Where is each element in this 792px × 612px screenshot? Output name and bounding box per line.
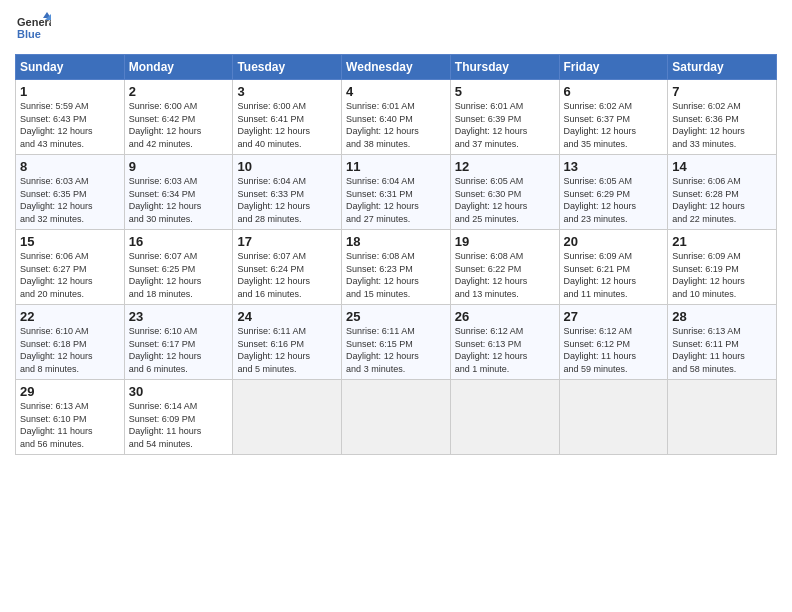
header-row: General Blue xyxy=(15,10,777,46)
day-info: Sunrise: 5:59 AM Sunset: 6:43 PM Dayligh… xyxy=(20,100,120,150)
day-number: 12 xyxy=(455,159,555,174)
calendar-day-cell: 25Sunrise: 6:11 AM Sunset: 6:15 PM Dayli… xyxy=(342,305,451,380)
calendar-day-cell: 23Sunrise: 6:10 AM Sunset: 6:17 PM Dayli… xyxy=(124,305,233,380)
day-number: 18 xyxy=(346,234,446,249)
calendar-day-cell: 24Sunrise: 6:11 AM Sunset: 6:16 PM Dayli… xyxy=(233,305,342,380)
weekday-header-cell: Monday xyxy=(124,55,233,80)
calendar-day-cell: 7Sunrise: 6:02 AM Sunset: 6:36 PM Daylig… xyxy=(668,80,777,155)
day-info: Sunrise: 6:03 AM Sunset: 6:35 PM Dayligh… xyxy=(20,175,120,225)
weekday-header-cell: Sunday xyxy=(16,55,125,80)
weekday-header-cell: Saturday xyxy=(668,55,777,80)
calendar-day-cell: 19Sunrise: 6:08 AM Sunset: 6:22 PM Dayli… xyxy=(450,230,559,305)
calendar-day-cell: 8Sunrise: 6:03 AM Sunset: 6:35 PM Daylig… xyxy=(16,155,125,230)
calendar-day-cell xyxy=(342,380,451,455)
calendar-week-row: 8Sunrise: 6:03 AM Sunset: 6:35 PM Daylig… xyxy=(16,155,777,230)
calendar-day-cell xyxy=(233,380,342,455)
calendar-day-cell: 12Sunrise: 6:05 AM Sunset: 6:30 PM Dayli… xyxy=(450,155,559,230)
day-number: 2 xyxy=(129,84,229,99)
day-number: 5 xyxy=(455,84,555,99)
weekday-header-cell: Friday xyxy=(559,55,668,80)
day-info: Sunrise: 6:04 AM Sunset: 6:33 PM Dayligh… xyxy=(237,175,337,225)
calendar-day-cell: 14Sunrise: 6:06 AM Sunset: 6:28 PM Dayli… xyxy=(668,155,777,230)
day-info: Sunrise: 6:13 AM Sunset: 6:11 PM Dayligh… xyxy=(672,325,772,375)
calendar-day-cell: 5Sunrise: 6:01 AM Sunset: 6:39 PM Daylig… xyxy=(450,80,559,155)
page-container: General Blue SundayMondayTuesdayWednesda… xyxy=(0,0,792,460)
day-number: 23 xyxy=(129,309,229,324)
calendar-week-row: 1Sunrise: 5:59 AM Sunset: 6:43 PM Daylig… xyxy=(16,80,777,155)
day-info: Sunrise: 6:09 AM Sunset: 6:21 PM Dayligh… xyxy=(564,250,664,300)
day-number: 7 xyxy=(672,84,772,99)
weekday-header-cell: Tuesday xyxy=(233,55,342,80)
calendar-day-cell: 21Sunrise: 6:09 AM Sunset: 6:19 PM Dayli… xyxy=(668,230,777,305)
day-info: Sunrise: 6:14 AM Sunset: 6:09 PM Dayligh… xyxy=(129,400,229,450)
day-info: Sunrise: 6:12 AM Sunset: 6:13 PM Dayligh… xyxy=(455,325,555,375)
day-number: 25 xyxy=(346,309,446,324)
day-number: 29 xyxy=(20,384,120,399)
day-number: 6 xyxy=(564,84,664,99)
day-number: 30 xyxy=(129,384,229,399)
day-number: 27 xyxy=(564,309,664,324)
day-info: Sunrise: 6:05 AM Sunset: 6:30 PM Dayligh… xyxy=(455,175,555,225)
calendar-day-cell: 1Sunrise: 5:59 AM Sunset: 6:43 PM Daylig… xyxy=(16,80,125,155)
day-info: Sunrise: 6:10 AM Sunset: 6:18 PM Dayligh… xyxy=(20,325,120,375)
weekday-header-row: SundayMondayTuesdayWednesdayThursdayFrid… xyxy=(16,55,777,80)
day-number: 3 xyxy=(237,84,337,99)
day-info: Sunrise: 6:01 AM Sunset: 6:39 PM Dayligh… xyxy=(455,100,555,150)
day-info: Sunrise: 6:07 AM Sunset: 6:25 PM Dayligh… xyxy=(129,250,229,300)
day-info: Sunrise: 6:13 AM Sunset: 6:10 PM Dayligh… xyxy=(20,400,120,450)
logo: General Blue xyxy=(15,10,51,46)
day-info: Sunrise: 6:08 AM Sunset: 6:22 PM Dayligh… xyxy=(455,250,555,300)
day-number: 22 xyxy=(20,309,120,324)
day-info: Sunrise: 6:12 AM Sunset: 6:12 PM Dayligh… xyxy=(564,325,664,375)
calendar-day-cell: 28Sunrise: 6:13 AM Sunset: 6:11 PM Dayli… xyxy=(668,305,777,380)
calendar-day-cell: 27Sunrise: 6:12 AM Sunset: 6:12 PM Dayli… xyxy=(559,305,668,380)
day-number: 28 xyxy=(672,309,772,324)
calendar-day-cell: 13Sunrise: 6:05 AM Sunset: 6:29 PM Dayli… xyxy=(559,155,668,230)
calendar-day-cell: 11Sunrise: 6:04 AM Sunset: 6:31 PM Dayli… xyxy=(342,155,451,230)
day-number: 15 xyxy=(20,234,120,249)
calendar-day-cell: 22Sunrise: 6:10 AM Sunset: 6:18 PM Dayli… xyxy=(16,305,125,380)
day-number: 26 xyxy=(455,309,555,324)
day-number: 4 xyxy=(346,84,446,99)
day-number: 11 xyxy=(346,159,446,174)
day-info: Sunrise: 6:08 AM Sunset: 6:23 PM Dayligh… xyxy=(346,250,446,300)
day-info: Sunrise: 6:07 AM Sunset: 6:24 PM Dayligh… xyxy=(237,250,337,300)
calendar-day-cell xyxy=(559,380,668,455)
calendar-day-cell: 2Sunrise: 6:00 AM Sunset: 6:42 PM Daylig… xyxy=(124,80,233,155)
day-info: Sunrise: 6:04 AM Sunset: 6:31 PM Dayligh… xyxy=(346,175,446,225)
day-info: Sunrise: 6:06 AM Sunset: 6:28 PM Dayligh… xyxy=(672,175,772,225)
calendar-day-cell: 20Sunrise: 6:09 AM Sunset: 6:21 PM Dayli… xyxy=(559,230,668,305)
calendar-day-cell: 17Sunrise: 6:07 AM Sunset: 6:24 PM Dayli… xyxy=(233,230,342,305)
calendar-day-cell: 3Sunrise: 6:00 AM Sunset: 6:41 PM Daylig… xyxy=(233,80,342,155)
day-number: 8 xyxy=(20,159,120,174)
calendar-day-cell: 18Sunrise: 6:08 AM Sunset: 6:23 PM Dayli… xyxy=(342,230,451,305)
day-number: 10 xyxy=(237,159,337,174)
calendar-day-cell: 29Sunrise: 6:13 AM Sunset: 6:10 PM Dayli… xyxy=(16,380,125,455)
day-number: 21 xyxy=(672,234,772,249)
calendar-body: 1Sunrise: 5:59 AM Sunset: 6:43 PM Daylig… xyxy=(16,80,777,455)
day-number: 9 xyxy=(129,159,229,174)
day-number: 13 xyxy=(564,159,664,174)
day-number: 17 xyxy=(237,234,337,249)
day-info: Sunrise: 6:10 AM Sunset: 6:17 PM Dayligh… xyxy=(129,325,229,375)
calendar-day-cell: 15Sunrise: 6:06 AM Sunset: 6:27 PM Dayli… xyxy=(16,230,125,305)
day-number: 19 xyxy=(455,234,555,249)
calendar-day-cell xyxy=(450,380,559,455)
day-info: Sunrise: 6:11 AM Sunset: 6:15 PM Dayligh… xyxy=(346,325,446,375)
calendar-day-cell: 26Sunrise: 6:12 AM Sunset: 6:13 PM Dayli… xyxy=(450,305,559,380)
day-number: 24 xyxy=(237,309,337,324)
calendar-week-row: 29Sunrise: 6:13 AM Sunset: 6:10 PM Dayli… xyxy=(16,380,777,455)
day-info: Sunrise: 6:11 AM Sunset: 6:16 PM Dayligh… xyxy=(237,325,337,375)
calendar-table: SundayMondayTuesdayWednesdayThursdayFrid… xyxy=(15,54,777,455)
day-info: Sunrise: 6:01 AM Sunset: 6:40 PM Dayligh… xyxy=(346,100,446,150)
day-number: 16 xyxy=(129,234,229,249)
day-info: Sunrise: 6:02 AM Sunset: 6:36 PM Dayligh… xyxy=(672,100,772,150)
day-info: Sunrise: 6:05 AM Sunset: 6:29 PM Dayligh… xyxy=(564,175,664,225)
calendar-day-cell: 16Sunrise: 6:07 AM Sunset: 6:25 PM Dayli… xyxy=(124,230,233,305)
day-info: Sunrise: 6:00 AM Sunset: 6:41 PM Dayligh… xyxy=(237,100,337,150)
day-info: Sunrise: 6:09 AM Sunset: 6:19 PM Dayligh… xyxy=(672,250,772,300)
day-info: Sunrise: 6:06 AM Sunset: 6:27 PM Dayligh… xyxy=(20,250,120,300)
weekday-header-cell: Wednesday xyxy=(342,55,451,80)
day-number: 20 xyxy=(564,234,664,249)
svg-text:Blue: Blue xyxy=(17,28,41,40)
